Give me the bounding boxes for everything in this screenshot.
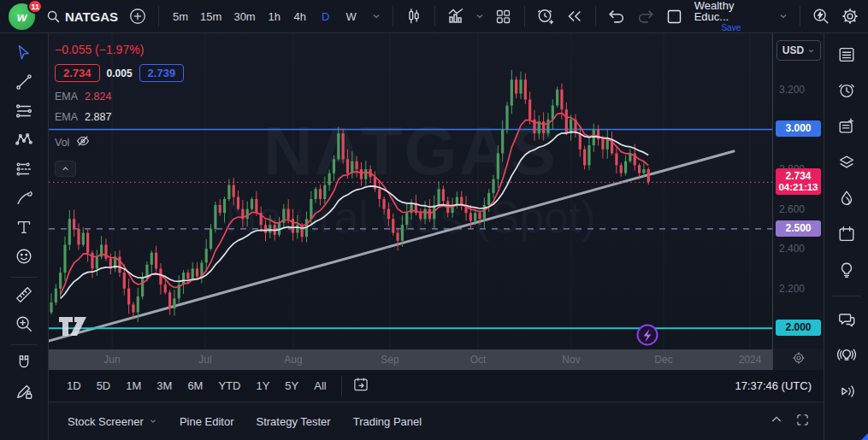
sidebar-notes-button[interactable]: [830, 114, 863, 142]
sidebar-calendar-button[interactable]: [830, 221, 863, 249]
range-5D[interactable]: 5D: [89, 376, 119, 396]
redo-icon: [636, 7, 655, 26]
tool-magnet[interactable]: [8, 349, 40, 378]
volume-legend[interactable]: Vol: [55, 132, 96, 153]
pine-editor-tab[interactable]: Pine Editor: [171, 410, 243, 433]
edit-lock-icon: [15, 382, 33, 404]
sidebar-chat-button[interactable]: [830, 307, 863, 335]
chart-pane[interactable]: NATGAS Natural Gas (Spot) −0.055 (−1.97%…: [49, 33, 772, 349]
tool-trend-line[interactable]: [8, 69, 40, 98]
undo-button[interactable]: [604, 3, 629, 29]
layout-name-button[interactable]: Wealthy Educ... Save: [691, 0, 771, 33]
toolbar-separator: [393, 6, 393, 26]
tool-xabcd-pattern[interactable]: [8, 127, 40, 156]
tool-forecast[interactable]: [8, 156, 40, 185]
timeframe-15m[interactable]: 15m: [194, 3, 227, 29]
time-label-Jun: Jun: [103, 354, 120, 366]
save-link[interactable]: Save: [721, 22, 741, 33]
toolbar-separator: [158, 6, 159, 26]
resize-corner[interactable]: [861, 433, 868, 440]
tool-ruler[interactable]: [8, 282, 40, 311]
redo-button[interactable]: [633, 3, 658, 29]
timeframe-1h[interactable]: 1h: [262, 3, 287, 29]
quick-search-button[interactable]: [808, 3, 834, 29]
layout-grid-button[interactable]: [491, 3, 517, 29]
layout-select-box[interactable]: [662, 3, 688, 29]
range-3M[interactable]: 3M: [149, 376, 180, 396]
tool-zoom-in[interactable]: [8, 311, 40, 340]
layout-menu-button[interactable]: [775, 3, 792, 29]
time-label-2024: 2024: [739, 354, 762, 366]
forecast-icon: [15, 160, 33, 182]
alerts-icon: [837, 81, 856, 103]
create-alert-button[interactable]: [533, 3, 558, 29]
time-axis[interactable]: JunJulAugSepOctNovDec2024: [49, 349, 824, 370]
indicators-button[interactable]: [443, 3, 469, 29]
ema-legend-1[interactable]: EMA2.824: [55, 91, 184, 103]
ideas-icon: [837, 261, 856, 283]
time-label-Dec: Dec: [654, 354, 672, 366]
fullscreen-button[interactable]: [795, 413, 810, 431]
timeframe-group: 5m15m30m1h4hDW: [167, 3, 364, 29]
price-axis[interactable]: USD 3.2002.8002.6002.4002.2003.0002.7340…: [772, 33, 824, 349]
sidebar-streams-button[interactable]: [830, 343, 863, 371]
sidebar-object-tree-button[interactable]: [830, 150, 863, 178]
sidebar-watchlist-button[interactable]: [830, 42, 863, 70]
price-level-badge[interactable]: 3.000: [776, 120, 821, 137]
tool-brush[interactable]: [8, 185, 40, 214]
compare-add-symbol-button[interactable]: [125, 3, 151, 29]
search-bolt-icon: [812, 7, 830, 26]
sidebar-shorts-button[interactable]: [830, 378, 863, 407]
range-1D[interactable]: 1D: [59, 376, 89, 396]
legend-collapse-button[interactable]: [55, 161, 76, 177]
range-1M[interactable]: 1M: [118, 376, 149, 396]
gear-icon[interactable]: [792, 351, 806, 368]
chart-style-button[interactable]: [401, 3, 427, 29]
sidebar-alerts-button[interactable]: [830, 78, 863, 106]
tool-edit-lock[interactable]: [8, 378, 40, 408]
time-label-Sep: Sep: [381, 354, 399, 366]
user-menu-button[interactable]: w 11: [5, 2, 39, 31]
stock-screener-tab[interactable]: Stock Screener: [59, 410, 166, 433]
session-clock[interactable]: 17:37:46 (UTC): [735, 379, 813, 392]
timeframe-5m[interactable]: 5m: [167, 3, 194, 29]
sidebar-hotlists-button[interactable]: [830, 185, 863, 214]
current-price-badge[interactable]: 2.73404:21:13: [776, 168, 821, 195]
timeframe-30m[interactable]: 30m: [227, 3, 261, 29]
price-level-badge[interactable]: 2.500: [776, 220, 821, 237]
trend-line-icon: [15, 73, 33, 95]
tool-horizontal-lines[interactable]: [8, 98, 40, 127]
panel-expand-button[interactable]: [770, 413, 783, 430]
symbol-search-button[interactable]: NATGAS: [43, 3, 121, 29]
range-5Y[interactable]: 5Y: [277, 376, 306, 396]
time-axis-strip[interactable]: JunJulAugSepOctNovDec2024: [49, 349, 772, 370]
range-YTD[interactable]: YTD: [210, 376, 248, 396]
layout-name-text: Wealthy Educ...: [694, 0, 768, 22]
range-All[interactable]: All: [306, 376, 334, 396]
timeframe-W[interactable]: W: [339, 3, 364, 29]
timeframe-4h[interactable]: 4h: [287, 3, 313, 29]
range-6M[interactable]: 6M: [180, 376, 210, 396]
buy-price-button[interactable]: 2.739: [139, 64, 185, 82]
grid-layout-icon: [494, 8, 512, 26]
sidebar-ideas-button[interactable]: [830, 257, 863, 285]
currency-dropdown[interactable]: USD: [776, 40, 821, 61]
strategy-tester-tab[interactable]: Strategy Tester: [247, 410, 339, 433]
trading-panel-tab[interactable]: Trading Panel: [345, 410, 430, 433]
time-label-Nov: Nov: [562, 354, 580, 366]
go-to-date-button[interactable]: [352, 376, 369, 396]
timeframe-menu-button[interactable]: [368, 3, 385, 29]
price-level-badge[interactable]: 2.000: [776, 320, 821, 336]
sell-price-button[interactable]: 2.734: [55, 64, 100, 82]
tool-text[interactable]: [8, 214, 40, 243]
bar-replay-button[interactable]: [562, 3, 588, 29]
ema-legend-2[interactable]: EMA2.887: [55, 111, 184, 123]
tool-emoji[interactable]: [8, 243, 40, 273]
indicators-menu-button[interactable]: [472, 3, 487, 29]
tool-cursor[interactable]: [8, 40, 40, 69]
timeframe-D[interactable]: D: [313, 3, 339, 29]
axis-settings-corner[interactable]: [772, 349, 824, 370]
eye-off-icon[interactable]: [75, 133, 91, 151]
settings-button[interactable]: [837, 3, 863, 29]
range-1Y[interactable]: 1Y: [248, 376, 277, 396]
